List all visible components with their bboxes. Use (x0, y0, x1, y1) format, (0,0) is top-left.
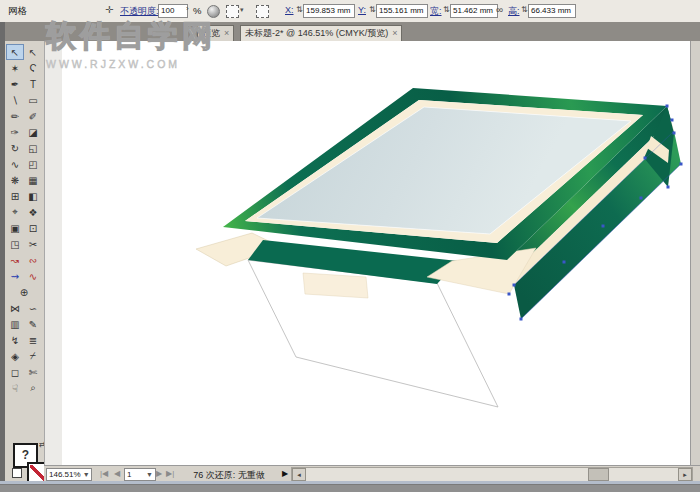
first-page-button[interactable]: |◀ (100, 469, 108, 478)
control-bar: 网格 ✛ 不透明度: 100 › % ▾ X: ⇅ 159.853 mm Y: … (0, 0, 700, 23)
panel-gutter (44, 41, 63, 465)
tab-document-close-icon[interactable]: × (392, 26, 397, 41)
rotate-view-tool[interactable]: ⊕ (6, 284, 42, 300)
tab-preview[interactable]: 预览 × (197, 25, 234, 41)
page-number-field[interactable]: 1 ▼ (124, 468, 156, 481)
width-spinner[interactable]: ⇅ (443, 5, 450, 14)
eyedropper-tool[interactable]: ⌖ (6, 204, 24, 220)
live-paint-selection-tool[interactable]: ⊡ (24, 220, 42, 236)
zoom-level-field[interactable]: 146.51% ▼ (46, 468, 92, 481)
status-menu-arrow-icon[interactable]: ▶ (282, 469, 288, 478)
direct-selection-tool[interactable]: ↖ (24, 44, 42, 60)
x-label[interactable]: X: (285, 5, 294, 15)
page-number-value: 1 (127, 470, 131, 479)
paintbrush-tool[interactable]: ✏ (6, 108, 24, 124)
prev-page-button[interactable]: ◀ (114, 469, 120, 478)
status-bar: 146.51% ▼ |◀ ◀ 1 ▼ ▶ ▶| 76 次还原: 无重做 ▶ ◂ … (44, 465, 700, 482)
column-graph-tool[interactable]: ▥ (6, 316, 24, 332)
fill-stroke-widget: ? ⇄ (12, 440, 48, 486)
toolbox-panel: ↖↖✶Ϛ✒T∖▭✏✐✑◪↻◱∿◰❋▦⊞◧⌖❖▣⊡◳✂↝∾⇝∿⊕⋈∽▥✎↯≣◈⌿◻… (5, 41, 45, 481)
horizontal-scroll-thumb[interactable] (588, 468, 609, 481)
live-paint-bucket-tool[interactable]: ▣ (6, 220, 24, 236)
crop-area-tool[interactable]: ◳ (6, 236, 24, 252)
constrain-icon[interactable] (256, 5, 269, 18)
tab-document-label: 未标题-2* @ 146.51% (CMYK/预览) (245, 26, 388, 41)
scroll-right-arrow[interactable]: ▸ (678, 468, 692, 481)
percent-label: % (193, 5, 201, 16)
graph-tool[interactable]: ▦ (24, 172, 42, 188)
zoom-level-value: 146.51% (49, 470, 81, 479)
lines-tool[interactable]: ≣ (24, 332, 42, 348)
blob-brush-tool[interactable]: ✑ (6, 124, 24, 140)
tool-grid: ↖↖✶Ϛ✒T∖▭✏✐✑◪↻◱∿◰❋▦⊞◧⌖❖▣⊡◳✂↝∾⇝∿⊕⋈∽▥✎↯≣◈⌿◻… (6, 44, 42, 396)
bounding-box-icon[interactable] (226, 5, 239, 18)
window-bottom-edge (0, 484, 700, 492)
y-label[interactable]: Y: (358, 5, 366, 15)
tab-preview-label: 预览 (202, 26, 220, 41)
illustrator-window: 网格 ✛ 不透明度: 100 › % ▾ X: ⇅ 159.853 mm Y: … (0, 0, 700, 492)
wave-tool[interactable]: ∿ (24, 268, 42, 284)
tab-preview-close-icon[interactable]: × (224, 26, 229, 41)
last-page-button[interactable]: ▶| (166, 469, 174, 478)
opacity-stepper[interactable]: › (186, 4, 189, 13)
type-tool[interactable]: T (24, 76, 42, 92)
scroll-left-arrow[interactable]: ◂ (292, 468, 306, 481)
selection-type-label: 网格 (8, 5, 27, 18)
y-field[interactable]: 155.161 mm (376, 4, 428, 18)
envelope-tool[interactable]: ⋈ (6, 300, 24, 316)
reference-point-icon[interactable]: ✛ (105, 4, 113, 16)
height-spinner[interactable]: ⇅ (521, 5, 528, 14)
zigzag-tool[interactable]: ⇝ (6, 268, 24, 284)
gradient-tool[interactable]: ◧ (24, 188, 42, 204)
height-label[interactable]: 高: (508, 5, 520, 18)
zoom-tool[interactable]: ⌕ (24, 380, 42, 396)
rectangle-tool[interactable]: ▭ (24, 92, 42, 108)
pen-tool[interactable]: ✒ (6, 76, 24, 92)
artboard-tool[interactable]: ◻ (6, 364, 24, 380)
symbol-sprayer-tool[interactable]: ❋ (6, 172, 24, 188)
blend-tool[interactable]: ❖ (24, 204, 42, 220)
warp-tool[interactable]: ∿ (6, 156, 24, 172)
annotation-tool[interactable]: ✎ (24, 316, 42, 332)
default-fill-stroke-icon[interactable] (12, 468, 22, 478)
opacity-field[interactable]: 100 (158, 4, 188, 18)
style-sphere-icon[interactable] (207, 5, 220, 18)
width-field[interactable]: 51.462 mm (450, 4, 498, 18)
next-page-button[interactable]: ▶ (156, 469, 162, 478)
x-spinner[interactable]: ⇅ (296, 5, 303, 14)
eraser-tool[interactable]: ◪ (24, 124, 42, 140)
rotate-tool[interactable]: ↻ (6, 140, 24, 156)
tab-document[interactable]: 未标题-2* @ 146.51% (CMYK/预览) × (240, 25, 402, 41)
document-canvas[interactable] (62, 41, 690, 465)
scale-tool[interactable]: ◱ (24, 140, 42, 156)
measure-tool[interactable]: ◈ (6, 348, 24, 364)
link-dimensions-icon[interactable]: ∞ (496, 4, 503, 16)
width-label[interactable]: 宽: (430, 5, 442, 18)
free-transform-tool[interactable]: ◰ (24, 156, 42, 172)
lasso-tool[interactable]: Ϛ (24, 60, 42, 76)
slice-tool[interactable]: ✂ (24, 236, 42, 252)
opacity-label[interactable]: 不透明度: (120, 5, 159, 18)
frame-artwork (62, 41, 690, 465)
height-field[interactable]: 66.433 mm (528, 4, 576, 18)
lightning-tool[interactable]: ↯ (6, 332, 24, 348)
horizontal-scrollbar[interactable]: ◂ ▸ (291, 467, 693, 482)
line-segment-tool[interactable]: ∖ (6, 92, 24, 108)
live-trace-tool[interactable]: ↝ (6, 252, 24, 268)
tab-strip: 预览 × 未标题-2* @ 146.51% (CMYK/预览) × (0, 22, 700, 42)
vertical-scrollbar[interactable] (690, 41, 700, 465)
pencil-tool[interactable]: ✐ (24, 108, 42, 124)
magic-wand-tool[interactable]: ✶ (6, 60, 24, 76)
selection-tool[interactable]: ↖ (6, 44, 24, 60)
trace-options-tool[interactable]: ∾ (24, 252, 42, 268)
page-caret-icon: ▼ (146, 469, 153, 480)
x-field[interactable]: 159.853 mm (303, 4, 355, 18)
zoom-caret-icon: ▼ (83, 471, 90, 478)
knife-tool[interactable]: ⌿ (24, 348, 42, 364)
y-spinner[interactable]: ⇅ (369, 5, 376, 14)
hand-tool[interactable]: ☟ (6, 380, 24, 396)
mesh-tool[interactable]: ⊞ (6, 188, 24, 204)
options-caret-icon[interactable]: ▾ (240, 4, 244, 16)
distort-tool[interactable]: ∽ (24, 300, 42, 316)
scissors-tool[interactable]: ✄ (24, 364, 42, 380)
